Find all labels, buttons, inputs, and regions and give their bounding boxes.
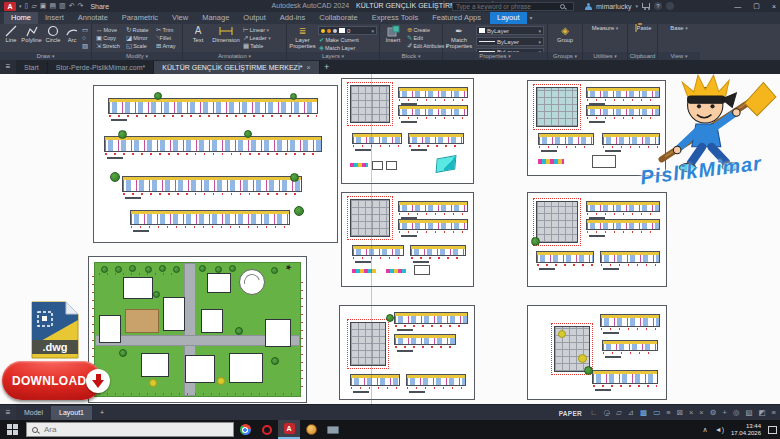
table-tool[interactable]: ▦Table <box>243 42 263 50</box>
group-tool[interactable]: ◈ Group <box>551 25 579 43</box>
panel-label-block[interactable]: Block ▾ <box>380 52 442 60</box>
model-tab[interactable]: Model <box>16 406 51 420</box>
text-tool[interactable]: A Text <box>186 25 210 43</box>
edit-block-tool[interactable]: ✎Edit <box>407 34 423 42</box>
chevron-down-icon[interactable]: ▾ <box>19 3 22 9</box>
start-button[interactable] <box>7 424 18 435</box>
stretch-tool[interactable]: ⇲Stretch <box>96 42 120 50</box>
make-current-tool[interactable]: ✔Make Current <box>319 36 359 44</box>
autoscale-icon[interactable]: × <box>699 405 703 421</box>
save-icon[interactable]: ▣ <box>40 1 47 11</box>
tab-output[interactable]: Output <box>236 12 273 24</box>
osnap-tracking-icon[interactable]: ⊿ <box>628 405 634 421</box>
help-search-box[interactable] <box>452 2 574 11</box>
rectangle-tool-icon[interactable]: ▭ <box>82 26 89 34</box>
isolate-objects-icon[interactable]: ◩ <box>759 405 766 421</box>
object-snap-icon[interactable]: ▩ <box>640 405 647 421</box>
measure-tool[interactable]: Measure ▾ <box>588 25 622 31</box>
panel-label-view[interactable]: View ▾ <box>658 52 700 60</box>
volume-icon[interactable]: ◄) <box>715 426 724 433</box>
layer-properties-tool[interactable]: ≣ Layer Properties <box>289 25 316 49</box>
workspace-switching-icon[interactable]: ⚙ <box>710 405 717 421</box>
download-button[interactable]: DOWNLOAD <box>2 361 102 400</box>
fillet-tool[interactable]: ◝Fillet <box>156 34 171 42</box>
isometric-drafting-icon[interactable]: ▱ <box>616 405 622 421</box>
annotation-monitor-icon[interactable]: ◎ <box>733 405 740 421</box>
search-icon[interactable] <box>560 4 565 9</box>
new-file-icon[interactable]: ▯ <box>25 1 29 11</box>
file-tab-kultur-genclik[interactable]: KÜLTÜR GENÇLİK GELİŞTİRME MERKEZİ*× <box>154 61 319 74</box>
plot-icon[interactable]: ▥ <box>59 1 66 11</box>
match-layer-tool[interactable]: ◈Match Layer <box>319 44 355 52</box>
minimize-button[interactable]: — <box>734 3 741 10</box>
taskbar-search-box[interactable] <box>26 422 234 437</box>
new-layout-button[interactable]: + <box>92 406 112 420</box>
line-tool[interactable]: Line <box>1 25 21 43</box>
panel-label-properties[interactable]: Properties ▾ <box>443 52 547 60</box>
tab-overflow-icon[interactable]: ▾ <box>530 12 533 24</box>
linear-tool[interactable]: ⊢Linear ▾ <box>243 26 269 34</box>
tray-chevron-icon[interactable]: ∧ <box>703 426 708 434</box>
layout1-tab[interactable]: Layout1 <box>51 406 92 420</box>
panel-label-draw[interactable]: Draw ▾ <box>0 52 91 60</box>
base-view-tool[interactable]: Base ▾ <box>667 25 691 31</box>
dynamic-input-icon[interactable]: ▭ <box>653 405 660 421</box>
ellipse-tool-icon[interactable]: ○ <box>82 34 87 42</box>
paper-space-button[interactable]: PAPER <box>559 410 582 417</box>
polar-tracking-icon[interactable]: ◶ <box>603 405 610 421</box>
rotate-tool[interactable]: ↻Rotate <box>126 26 149 34</box>
circle-tool[interactable]: Circle <box>43 25 63 43</box>
annotation-scale-icon[interactable]: + <box>722 405 726 421</box>
selection-cycling-icon[interactable]: ⊠ <box>677 405 683 421</box>
autocad-taskbar-icon[interactable]: A <box>278 420 300 439</box>
create-block-tool[interactable]: ⊕Create <box>407 26 430 34</box>
help-search-input[interactable] <box>456 3 560 10</box>
tab-annotate[interactable]: Annotate <box>71 12 115 24</box>
close-button[interactable]: × <box>772 3 776 10</box>
copy-tool[interactable]: ▣Copy <box>96 34 116 42</box>
tab-home[interactable]: Home <box>4 12 38 24</box>
leader-tool[interactable]: ↗Leader ▾ <box>243 34 271 42</box>
file-tabs-menu-icon[interactable]: ≡ <box>0 60 16 74</box>
panel-label-utilities[interactable]: Utilities ▾ <box>583 52 627 60</box>
panel-label-modify[interactable]: Modify ▾ <box>92 52 182 60</box>
save-as-icon[interactable]: ▤ <box>49 1 56 11</box>
maximize-button[interactable]: ▢ <box>753 2 760 10</box>
opera-taskbar-icon[interactable] <box>256 420 278 439</box>
app-taskbar-icon[interactable] <box>300 420 322 439</box>
match-properties-tool[interactable]: ✒ Match Properties <box>445 25 473 49</box>
taskbar-clock[interactable]: 13:44 17.04.2026 <box>731 423 761 437</box>
tab-express-tools[interactable]: Express Tools <box>365 12 426 24</box>
customization-icon[interactable]: ≡ <box>772 405 776 421</box>
object-color-select[interactable]: ByLayer ▾ <box>476 26 544 35</box>
move-tool[interactable]: ↔Move <box>96 26 117 34</box>
close-tab-icon[interactable]: × <box>307 64 311 71</box>
chevron-down-icon[interactable]: ▾ <box>635 3 638 9</box>
insert-block-tool[interactable]: Insert <box>382 25 404 43</box>
cart-icon[interactable] <box>642 3 650 8</box>
chrome-taskbar-icon[interactable] <box>234 420 256 439</box>
hatch-tool-icon[interactable]: ▨ <box>82 42 89 50</box>
tab-featured-apps[interactable]: Featured Apps <box>425 12 488 24</box>
tab-layout[interactable]: Layout <box>490 12 527 24</box>
graphics-performance-icon[interactable]: ▧ <box>745 405 752 421</box>
app2-taskbar-icon[interactable] <box>322 420 344 439</box>
scale-tool[interactable]: ◱Scale <box>126 42 147 50</box>
user-name[interactable]: mimarlucky <box>596 3 631 10</box>
notification-icon[interactable] <box>666 2 674 10</box>
array-tool[interactable]: ⊞Array <box>156 42 176 50</box>
trim-tool[interactable]: ✂Trim <box>156 26 173 34</box>
tab-manage[interactable]: Manage <box>195 12 236 24</box>
user-icon[interactable] <box>585 3 592 10</box>
mirror-tool[interactable]: ◪Mirror <box>126 34 148 42</box>
panel-label-layers[interactable]: Layers ▾ <box>287 52 379 60</box>
panel-label-groups[interactable]: Groups ▾ <box>548 52 582 60</box>
polyline-tool[interactable]: Polyline <box>21 25 42 43</box>
layout-menu-icon[interactable]: ≡ <box>0 405 16 421</box>
arc-tool[interactable]: Arc <box>64 25 80 43</box>
new-drawing-button[interactable]: + <box>320 61 334 74</box>
autocad-logo[interactable]: A <box>4 2 16 11</box>
layer-select[interactable]: 0 ▾ <box>318 26 377 35</box>
tab-parametric[interactable]: Parametric <box>115 12 165 24</box>
linetype-select[interactable]: ByLayer ▾ <box>476 37 544 46</box>
